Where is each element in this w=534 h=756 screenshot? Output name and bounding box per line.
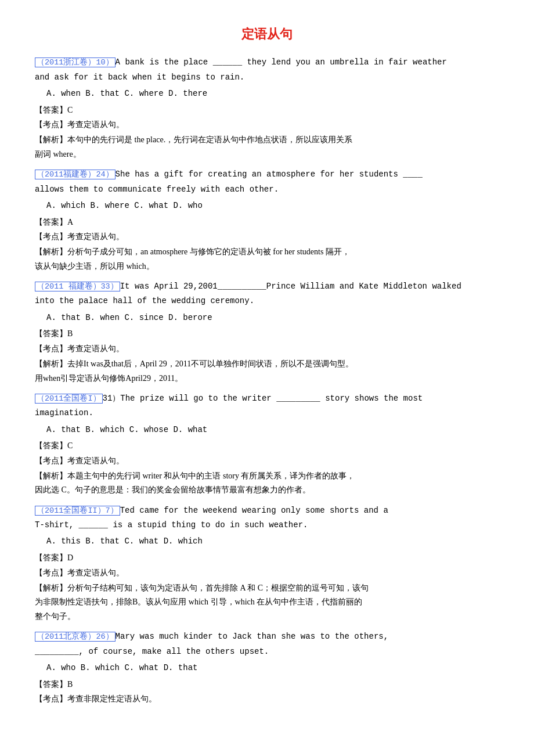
question-text-4: （2011全国卷I）31）The prize will go to the wr… xyxy=(35,391,499,420)
question-tag-2: （2011福建卷）24） xyxy=(35,170,116,179)
question-tag-4: （2011全国卷I） xyxy=(35,394,103,404)
options-line-2: A. which B. where C. what D. who xyxy=(46,199,499,213)
question-block-3: （2011 福建卷）33）It was April 29,2001_______… xyxy=(35,279,499,386)
jiexi-line-1: 【解析】本句中的先行词是 the place.，先行词在定语从句中作地点状语，所… xyxy=(35,133,499,161)
kaodian-line-5: 【考点】考查定语从句。 xyxy=(35,566,499,580)
options-line-5: A. this B. that C. what D. which xyxy=(46,535,499,549)
options-line-1: A. when B. that C. where D. there xyxy=(46,87,499,101)
kaodian-line-4: 【考点】考查定语从句。 xyxy=(35,454,499,468)
kaodian-line-3: 【考点】考查定语从句。 xyxy=(35,342,499,356)
question-tag-1: （2011浙江卷）10） xyxy=(35,57,116,67)
answer-line-6: 【答案】B xyxy=(35,678,499,692)
jiexi-line-5: 【解析】分析句子结构可知，该句为定语从句，首先排除 A 和 C；根据空前的逗号可… xyxy=(35,581,499,624)
question-block-6: （2011北京卷）26）Mary was much kinder to Jack… xyxy=(35,629,499,706)
jiexi-line-4: 【解析】本题主句中的先行词 writer 和从句中的主语 story 有所属关系… xyxy=(35,469,499,498)
kaodian-line-6: 【考点】考查非限定性定语从句。 xyxy=(35,692,499,706)
question-text-6: （2011北京卷）26）Mary was much kinder to Jack… xyxy=(35,629,499,658)
jiexi-line-3: 【解析】去掉It was及that后，April 29，2011不可以单独作时间… xyxy=(35,357,499,386)
page-title: 定语从句 xyxy=(35,23,499,45)
kaodian-line-1: 【考点】考查定语从句。 xyxy=(35,118,499,132)
question-block-5: （2011全国卷II）7）Ted came for the weekend we… xyxy=(35,503,499,624)
question-tag-6: （2011北京卷）26） xyxy=(35,632,116,642)
question-block-2: （2011福建卷）24）She has a gift for creating … xyxy=(35,167,499,273)
answer-line-1: 【答案】C xyxy=(35,103,499,117)
answer-line-5: 【答案】D xyxy=(35,551,499,565)
answer-line-2: 【答案】A xyxy=(35,215,499,229)
answer-line-4: 【答案】C xyxy=(35,439,499,453)
jiexi-line-2: 【解析】分析句子成分可知，an atmosphere 与修饰它的定语从句被 fo… xyxy=(35,245,499,273)
question-text-2: （2011福建卷）24）She has a gift for creating … xyxy=(35,167,499,196)
question-tag-5: （2011全国卷II）7） xyxy=(35,506,120,516)
answer-line-3: 【答案】B xyxy=(35,327,499,341)
question-block-4: （2011全国卷I）31）The prize will go to the wr… xyxy=(35,391,499,498)
question-text-1: （2011浙江卷）10）A bank is the place ______ t… xyxy=(35,55,499,84)
question-tag-3: （2011 福建卷）33） xyxy=(35,282,120,291)
kaodian-line-2: 【考点】考查定语从句。 xyxy=(35,230,499,244)
options-line-6: A. who B. which C. what D. that xyxy=(46,661,499,675)
options-line-4: A. that B. which C. whose D. what xyxy=(46,423,499,437)
question-text-5: （2011全国卷II）7）Ted came for the weekend we… xyxy=(35,503,499,532)
options-line-3: A. that B. when C. since D. berore xyxy=(46,311,499,325)
question-block-1: （2011浙江卷）10）A bank is the place ______ t… xyxy=(35,55,499,161)
question-text-3: （2011 福建卷）33）It was April 29,2001_______… xyxy=(35,279,499,308)
